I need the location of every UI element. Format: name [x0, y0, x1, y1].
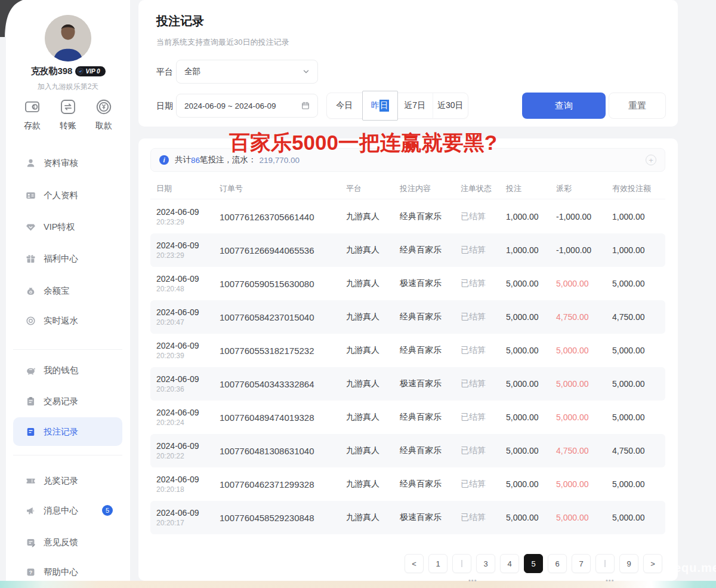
- page-title: 投注记录: [156, 13, 204, 29]
- page-button-4[interactable]: 4: [500, 554, 519, 573]
- cell-content: 经典百家乐: [400, 479, 442, 490]
- cell-valid: 5,000.00: [612, 346, 645, 355]
- page-button-1[interactable]: 1: [428, 554, 448, 573]
- page-button-5-active[interactable]: 5: [524, 554, 543, 573]
- sidebar-item-prize-records[interactable]: 兑奖记录: [13, 466, 122, 495]
- cell-platform: 九游真人: [346, 245, 379, 255]
- cell-content: 经典百家乐: [400, 445, 442, 456]
- date-range-input[interactable]: 2024-06-09 ~ 2024-06-09: [176, 94, 318, 118]
- cell-bet: 1,000.00: [506, 245, 539, 255]
- ellipsis-icon: [461, 560, 462, 567]
- table-row: 2024-06-0920:20:22 1007760481308631040 九…: [150, 434, 665, 467]
- cell-bet: 5,000.00: [506, 446, 539, 455]
- table-row: 2024-06-0920:20:24 1007760489474019328 九…: [150, 401, 665, 434]
- cell-valid: 4,750.00: [612, 312, 645, 322]
- page-button-7[interactable]: 7: [572, 554, 591, 573]
- sidebar-item-yuebao[interactable]: 余额宝: [13, 276, 122, 305]
- pagination: < 1 3 4 5 6 7 9 >: [405, 554, 662, 573]
- expand-plus-icon[interactable]: +: [646, 155, 656, 165]
- page-button-6[interactable]: 6: [548, 554, 567, 573]
- range-today-button[interactable]: 今日: [327, 93, 363, 118]
- page-button-9[interactable]: 9: [619, 554, 638, 573]
- cell-status: 已结算: [461, 312, 486, 322]
- cell-date: 2024-06-0920:20:48: [156, 274, 199, 293]
- ellipsis-next-button[interactable]: [595, 554, 615, 573]
- sidebar-item-profile[interactable]: 个人资料: [13, 181, 122, 210]
- cell-content: 经典百家乐: [400, 412, 442, 423]
- avatar[interactable]: [45, 15, 91, 61]
- cell-bet: 5,000.00: [506, 479, 539, 489]
- cell-order: 1007761263705661440: [220, 212, 314, 222]
- cell-payout: -1,000.00: [556, 212, 591, 221]
- cell-date: 2024-06-0920:20:24: [156, 408, 199, 427]
- prev-page-button[interactable]: <: [405, 554, 424, 573]
- withdraw-button[interactable]: 取款: [88, 98, 120, 131]
- ellipsis-prev-button[interactable]: [452, 554, 471, 573]
- cell-platform: 九游真人: [346, 512, 379, 523]
- range-30days-button[interactable]: 近30日: [433, 93, 468, 118]
- quick-date-range-group: 今日 昨日 近7日 近30日: [326, 93, 468, 119]
- cell-date: 2024-06-0920:20:39: [156, 341, 199, 360]
- table-body: 2024-06-0920:23:29 1007761263705661440 九…: [150, 200, 665, 534]
- sidebar-item-rebate[interactable]: 实时返水: [13, 306, 122, 335]
- col-content: 投注内容: [400, 183, 431, 194]
- cell-order: 1007760458529230848: [220, 513, 314, 523]
- cell-order: 1007760540343332864: [220, 379, 314, 389]
- cell-valid: 1,000.00: [612, 212, 645, 221]
- cell-status: 已结算: [461, 512, 486, 523]
- cell-status: 已结算: [461, 479, 486, 490]
- cell-platform: 九游真人: [346, 211, 379, 222]
- cell-status: 已结算: [461, 345, 486, 356]
- cell-order: 1007761266944065536: [220, 245, 314, 255]
- col-date: 日期: [156, 183, 172, 194]
- window-edge-dots: •••: [606, 577, 615, 584]
- cell-content: 经典百家乐: [400, 312, 442, 322]
- cell-date: 2024-06-0920:23:29: [156, 207, 199, 226]
- range-yesterday-button[interactable]: 昨日: [362, 91, 399, 121]
- cell-bet: 1,000.00: [506, 212, 539, 221]
- cell-order: 1007760481308631040: [220, 446, 314, 456]
- cell-payout: 5,000.00: [556, 479, 589, 489]
- rebate-rings-icon: [26, 316, 36, 326]
- red-caption-overlay: 百家乐5000一把连赢就要黑?: [229, 129, 497, 157]
- feedback-note-icon: [26, 537, 36, 547]
- sidebar-item-bet-records[interactable]: 投注记录: [13, 417, 122, 446]
- vip-badge[interactable]: VIP 0: [75, 66, 105, 76]
- next-page-button[interactable]: >: [643, 554, 662, 573]
- cell-payout: 4,750.00: [556, 312, 589, 322]
- table-row: 2024-06-0920:20:18 1007760462371299328 九…: [150, 467, 665, 501]
- bet-count: 86: [191, 156, 200, 165]
- range-7days-button[interactable]: 近7日: [397, 93, 433, 118]
- table-row: 2024-06-0920:23:29 1007761263705661440 九…: [150, 200, 665, 233]
- cell-content: 极速百家乐: [400, 278, 442, 289]
- window-corner-decoration: [0, 0, 24, 39]
- cell-valid: 5,000.00: [612, 412, 645, 422]
- platform-select[interactable]: 全部: [176, 60, 318, 84]
- cell-status: 已结算: [461, 445, 486, 456]
- cell-content: 极速百家乐: [400, 378, 442, 389]
- cell-order: 1007760489474019328: [220, 412, 314, 423]
- col-order: 订单号: [220, 183, 243, 194]
- sidebar-item-messages[interactable]: 消息中心 5: [13, 496, 122, 525]
- col-platform: 平台: [346, 183, 362, 194]
- sidebar-item-welfare[interactable]: 福利中心: [13, 244, 122, 273]
- cell-status: 已结算: [461, 412, 486, 423]
- reset-button[interactable]: 重置: [609, 93, 666, 119]
- platform-select-value: 全部: [184, 66, 200, 77]
- transfer-button[interactable]: 转账: [52, 98, 84, 131]
- sidebar-item-feedback[interactable]: 意见反馈: [13, 528, 122, 556]
- sidebar-item-audit[interactable]: 资料审核: [13, 149, 122, 177]
- sidebar-item-transactions[interactable]: 交易记录: [13, 387, 122, 415]
- cell-status: 已结算: [461, 378, 486, 389]
- sidebar-item-vip[interactable]: VIP特权: [13, 213, 122, 241]
- piggy-bank-icon: [26, 365, 36, 375]
- sidebar-item-wallet[interactable]: 我的钱包: [13, 356, 122, 384]
- search-button[interactable]: 查询: [522, 93, 606, 119]
- cell-bet: 5,000.00: [506, 279, 539, 288]
- col-valid: 有效投注额: [612, 183, 651, 194]
- deposit-button[interactable]: 存款: [16, 98, 48, 131]
- bottom-window-edge: ••• •••: [0, 581, 716, 588]
- quick-actions: 存款 转账 取款: [6, 98, 130, 131]
- table-row: 2024-06-0920:23:29 1007761266944065536 九…: [150, 233, 665, 267]
- page-button-3[interactable]: 3: [476, 554, 495, 573]
